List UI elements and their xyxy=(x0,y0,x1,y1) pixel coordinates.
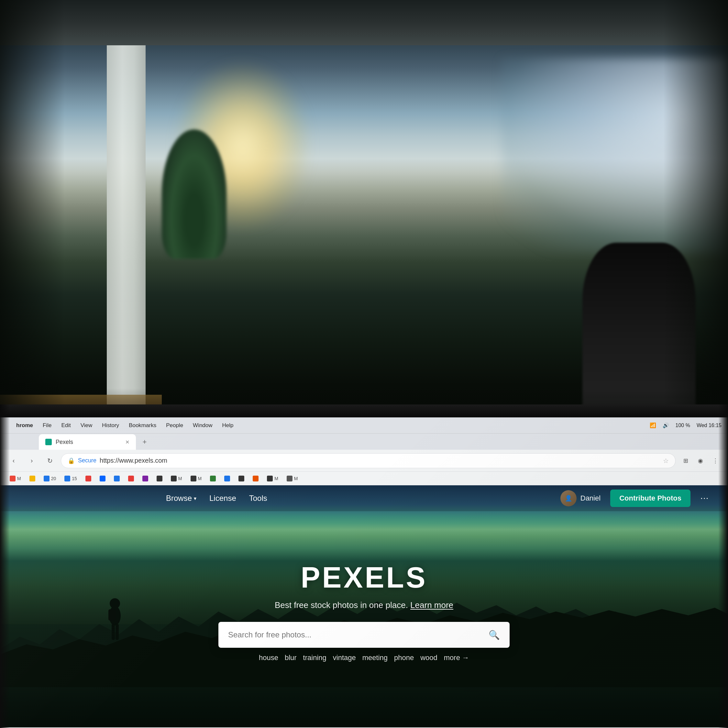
purple-favicon xyxy=(142,476,148,482)
pexels-nav-left: Browse ▾ License Tools xyxy=(166,494,267,503)
menu-view[interactable]: View xyxy=(81,422,93,429)
dropbox-favicon xyxy=(99,476,106,482)
extensions-icon[interactable]: ⊞ xyxy=(679,454,692,467)
tag-wood[interactable]: wood xyxy=(420,654,437,662)
cal1-favicon xyxy=(44,476,49,482)
bookmark-cal1[interactable]: 20 xyxy=(40,474,60,483)
gmail-favicon xyxy=(10,476,15,482)
forward-button[interactable]: › xyxy=(24,454,39,468)
reload-button[interactable]: ↻ xyxy=(43,454,57,468)
menu-edit[interactable]: Edit xyxy=(61,422,70,429)
time-display: Wed 16:15 xyxy=(697,422,722,428)
user-profile-area[interactable]: 👤 Daniel xyxy=(560,490,601,506)
black-favicon xyxy=(157,476,162,482)
cal2-favicon xyxy=(64,476,70,482)
svg-rect-2 xyxy=(109,609,116,621)
tag-blur[interactable]: blur xyxy=(285,654,297,662)
item3-favicon xyxy=(86,476,91,482)
secure-icon: 🔒 xyxy=(67,457,75,464)
volume-icon: 🔊 xyxy=(663,422,669,428)
bookmark-dropbox[interactable] xyxy=(96,474,109,483)
more-options-nav-icon[interactable]: ⋯ xyxy=(700,493,708,503)
app-name: hrome xyxy=(16,422,33,429)
bookmarks-bar: M 20 15 xyxy=(0,472,728,485)
pexels-nav-right: 👤 Daniel Contribute Photos ⋯ xyxy=(560,489,708,507)
tools-nav-item[interactable]: Tools xyxy=(249,494,267,503)
bookmark-m3[interactable]: M xyxy=(264,474,281,483)
hero-tagline: Best free stock photos in one place. Lea… xyxy=(219,600,509,610)
bookmark-m1[interactable]: M xyxy=(168,474,185,483)
pexels-hero: Browse ▾ License Tools 👤 Daniel xyxy=(0,485,728,728)
pexels-header: Browse ▾ License Tools 👤 Daniel xyxy=(0,485,728,511)
tag-vintage[interactable]: vintage xyxy=(333,654,356,662)
bookmark-dark2[interactable] xyxy=(235,474,248,483)
secure-label: Secure xyxy=(78,457,96,464)
hero-content: PEXELS Best free stock photos in one pla… xyxy=(219,561,509,662)
bookmark-black[interactable] xyxy=(153,474,166,483)
m2-favicon xyxy=(191,476,196,482)
menu-people[interactable]: People xyxy=(166,422,183,429)
tag-phone[interactable]: phone xyxy=(394,654,414,662)
bookmark-item5[interactable] xyxy=(111,474,123,483)
contribute-photos-button[interactable]: Contribute Photos xyxy=(610,489,690,507)
bookmark-item3[interactable] xyxy=(82,474,95,483)
tabs-row: Pexels ✕ + xyxy=(0,434,728,450)
active-tab[interactable]: Pexels ✕ xyxy=(39,434,136,450)
drive-favicon xyxy=(29,476,35,482)
bookmark-green[interactable] xyxy=(207,474,219,483)
search-input[interactable] xyxy=(228,630,484,639)
search-submit-icon[interactable]: 🔍 xyxy=(489,630,500,640)
bookmark-star-icon[interactable]: ☆ xyxy=(663,457,669,465)
license-nav-item[interactable]: License xyxy=(210,494,236,503)
user-name: Daniel xyxy=(580,494,601,503)
green-favicon xyxy=(210,476,216,482)
profile-icon[interactable]: ◉ xyxy=(694,454,707,467)
bookmark-purple[interactable] xyxy=(139,474,151,483)
bookmark-m2[interactable]: M xyxy=(187,474,205,483)
bookmark-item6[interactable] xyxy=(125,474,137,483)
m4-favicon xyxy=(287,476,292,482)
bookmark-drive[interactable] xyxy=(26,474,38,483)
menu-history[interactable]: History xyxy=(102,422,119,429)
m1-favicon xyxy=(171,476,177,482)
battery-text: 100 % xyxy=(676,422,690,428)
blue2-favicon xyxy=(224,476,230,482)
pexels-logo: PEXELS xyxy=(219,561,509,594)
wifi-icon: 📶 xyxy=(650,422,656,428)
browse-nav-item[interactable]: Browse ▾ xyxy=(166,494,196,503)
search-bar: 🔍 xyxy=(219,622,509,648)
tab-favicon xyxy=(45,439,52,445)
item5-favicon xyxy=(114,476,120,482)
url-text: https://www.pexels.com xyxy=(99,457,167,464)
tab-close-icon[interactable]: ✕ xyxy=(125,439,129,445)
tab-title: Pexels xyxy=(56,439,73,445)
bookmark-blue2[interactable] xyxy=(221,474,233,483)
mac-menubar: hrome File Edit View History Bookmarks P… xyxy=(0,418,728,434)
menu-bookmarks[interactable]: Bookmarks xyxy=(129,422,156,429)
svg-rect-4 xyxy=(116,624,119,640)
bookmark-m4[interactable]: M xyxy=(283,474,301,483)
address-bar[interactable]: 🔒 Secure https://www.pexels.com ☆ xyxy=(61,453,676,468)
toolbar-right-icons: ⊞ ◉ ⋮ xyxy=(679,454,722,467)
menu-help[interactable]: Help xyxy=(222,422,234,429)
bookmark-cal2[interactable]: 15 xyxy=(61,474,80,483)
svg-point-1 xyxy=(110,598,120,609)
tag-training[interactable]: training xyxy=(303,654,326,662)
orange-favicon xyxy=(253,476,258,482)
learn-more-link[interactable]: Learn more xyxy=(410,600,453,610)
menu-window[interactable]: Window xyxy=(193,422,212,429)
item6-favicon xyxy=(128,476,134,482)
new-tab-button[interactable]: + xyxy=(136,434,153,450)
tag-house[interactable]: house xyxy=(259,654,278,662)
search-tags: house blur training vintage meeting phon… xyxy=(219,654,509,662)
chrome-toolbar: ‹ › ↻ 🔒 Secure https://www.pexels.com ☆ … xyxy=(0,450,728,472)
menu-file[interactable]: File xyxy=(43,422,52,429)
svg-rect-3 xyxy=(112,624,115,640)
m3-favicon xyxy=(267,476,273,482)
bookmark-orange[interactable] xyxy=(249,474,262,483)
more-tags-link[interactable]: more → xyxy=(444,654,469,662)
dark2-favicon xyxy=(239,476,244,482)
tag-meeting[interactable]: meeting xyxy=(362,654,388,662)
pexels-site: Browse ▾ License Tools 👤 Daniel xyxy=(0,485,728,728)
browse-chevron-icon: ▾ xyxy=(194,496,196,502)
